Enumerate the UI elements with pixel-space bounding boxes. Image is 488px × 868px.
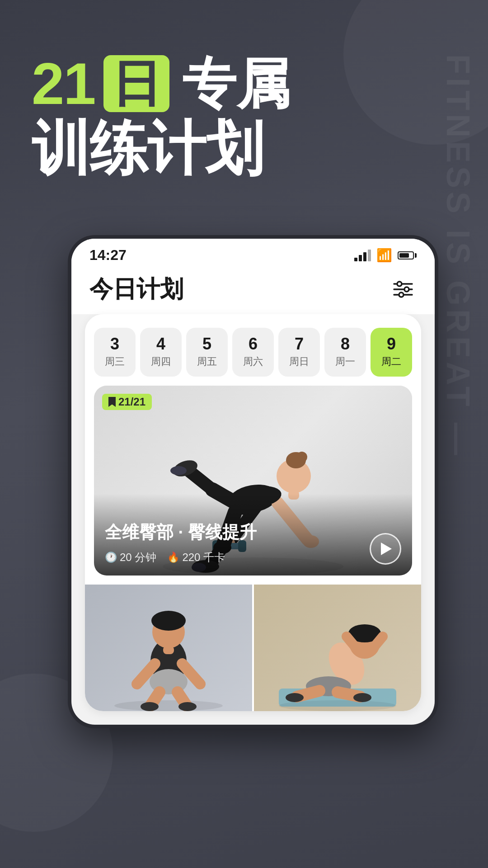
play-icon — [381, 542, 392, 555]
duration-text: 20 分钟 — [120, 550, 156, 565]
workout-meta: 🕐 20 分钟 🔥 220 千卡 — [105, 550, 401, 565]
hero-rest-text: 专属 — [182, 57, 291, 111]
main-card: 3 周三 4 周四 5 周五 6 周六 — [85, 314, 421, 711]
calories-text: 220 千卡 — [182, 550, 225, 565]
calories-meta: 🔥 220 千卡 — [167, 550, 225, 565]
app-title: 今日计划 — [89, 274, 183, 305]
hero-number: 21 — [32, 54, 95, 113]
play-button[interactable] — [370, 533, 401, 565]
hero-day-char: 日 — [112, 59, 161, 108]
svg-point-52 — [353, 693, 371, 702]
svg-line-20 — [190, 472, 212, 490]
duration-meta: 🕐 20 分钟 — [105, 550, 156, 565]
hero-line1: 21 日 专属 — [32, 54, 291, 113]
day-selector[interactable]: 3 周三 4 周四 5 周五 6 周六 — [85, 314, 421, 386]
thumbnail-left-figure — [85, 585, 252, 711]
progress-badge: 21/21 — [102, 394, 152, 410]
day-item-5[interactable]: 5 周五 — [186, 328, 228, 377]
svg-point-1 — [397, 282, 402, 286]
svg-point-3 — [404, 287, 409, 292]
workout-card[interactable]: 21/21 — [94, 386, 412, 576]
phone-outer: 14:27 📶 — [68, 235, 438, 728]
status-bar: 14:27 📶 — [71, 239, 435, 269]
workout-image: 21/21 — [94, 386, 412, 576]
workout-info-overlay: 全维臀部 · 臀线提升 🕐 20 分钟 🔥 220 千卡 — [94, 494, 412, 576]
thumbnail-right-figure — [254, 585, 421, 711]
svg-point-5 — [399, 292, 404, 297]
flame-icon: 🔥 — [167, 552, 179, 563]
thumbnail-right[interactable] — [254, 585, 421, 711]
hero-title-block: 21 日 专属 训练计划 — [32, 54, 291, 179]
sliders-icon — [392, 280, 414, 298]
status-time: 14:27 — [89, 247, 127, 264]
thumbnails-row — [85, 585, 421, 711]
progress-text: 21/21 — [118, 396, 145, 408]
hero-day-box: 日 — [103, 55, 169, 112]
svg-point-10 — [296, 452, 307, 462]
hero-line2: 训练计划 — [32, 118, 291, 179]
thumbnail-left[interactable] — [85, 585, 254, 711]
svg-point-39 — [141, 702, 159, 711]
svg-point-51 — [286, 693, 304, 702]
day-item-6[interactable]: 6 周六 — [232, 328, 274, 377]
status-icons: 📶 — [354, 248, 417, 263]
battery-icon — [398, 251, 417, 259]
day-item-8[interactable]: 8 周一 — [324, 328, 366, 377]
svg-rect-33 — [163, 646, 174, 654]
day-item-9-active[interactable]: 9 周二 — [371, 328, 412, 377]
day-item-3[interactable]: 3 周三 — [94, 328, 136, 377]
app-header: 今日计划 — [71, 269, 435, 314]
day-item-7[interactable]: 7 周日 — [278, 328, 320, 377]
phone-mockup: 14:27 📶 — [27, 235, 479, 728]
svg-point-22 — [170, 466, 187, 475]
svg-point-29 — [114, 700, 223, 711]
bookmark-icon — [108, 397, 116, 407]
workout-title: 全维臀部 · 臀线提升 — [105, 521, 401, 544]
phone-inner: 14:27 📶 — [71, 239, 435, 725]
svg-point-32 — [151, 611, 186, 631]
signal-icon — [354, 250, 371, 261]
settings-button[interactable] — [389, 276, 417, 303]
day-item-4[interactable]: 4 周四 — [140, 328, 182, 377]
wifi-icon: 📶 — [376, 248, 392, 263]
clock-icon: 🕐 — [105, 552, 117, 563]
svg-point-40 — [178, 702, 197, 711]
